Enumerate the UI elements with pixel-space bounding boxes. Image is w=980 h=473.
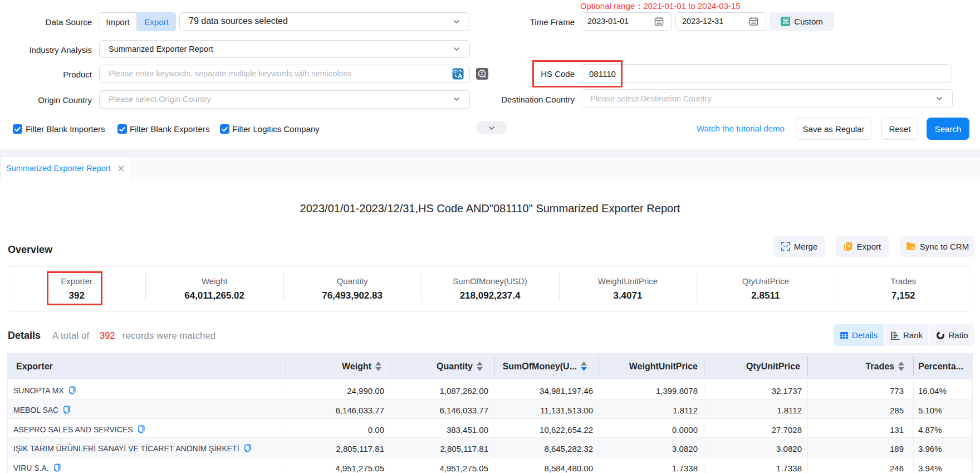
svg-text:A: A [458, 72, 462, 79]
